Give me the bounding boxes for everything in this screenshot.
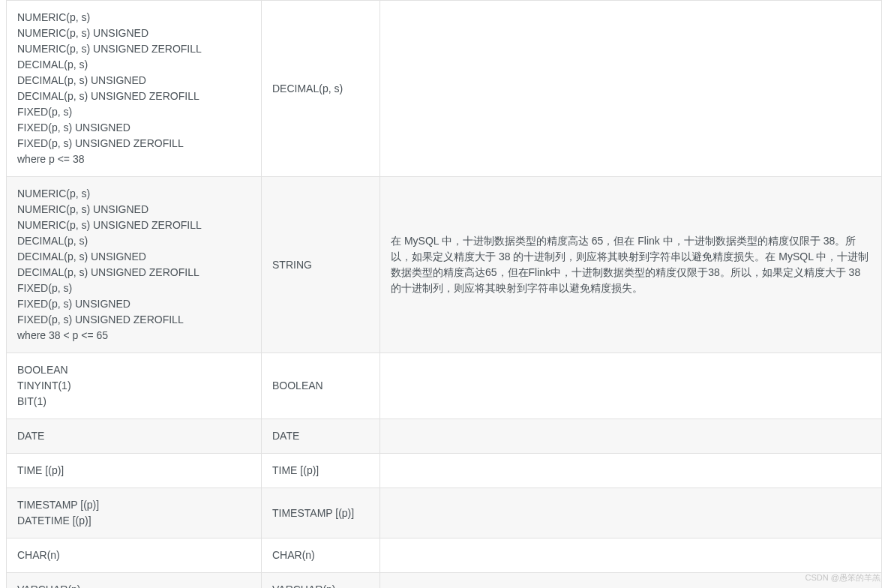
flink-type-cell: TIME [(p)]	[262, 454, 380, 488]
mysql-type-cell: DATE	[7, 419, 262, 454]
note-cell	[380, 1, 882, 177]
mysql-type-cell: NUMERIC(p, s) NUMERIC(p, s) UNSIGNED NUM…	[7, 1, 262, 177]
mysql-type-cell: CHAR(n)	[7, 538, 262, 573]
flink-type-cell: BOOLEAN	[262, 353, 380, 419]
table-row: TIMESTAMP [(p)] DATETIME [(p)]TIMESTAMP …	[7, 488, 882, 538]
flink-type-cell: DECIMAL(p, s)	[262, 1, 380, 177]
table-body: NUMERIC(p, s) NUMERIC(p, s) UNSIGNED NUM…	[7, 1, 882, 589]
mysql-type-cell: TIME [(p)]	[7, 454, 262, 488]
flink-type-cell: VARCHAR(n)	[262, 573, 380, 589]
mysql-type-cell: VARCHAR(n)	[7, 573, 262, 589]
table-row: DATEDATE	[7, 419, 882, 454]
type-mapping-table-container: NUMERIC(p, s) NUMERIC(p, s) UNSIGNED NUM…	[0, 0, 888, 588]
table-row: CHAR(n)CHAR(n)	[7, 538, 882, 573]
table-row: VARCHAR(n)VARCHAR(n)	[7, 573, 882, 589]
mysql-type-cell: NUMERIC(p, s) NUMERIC(p, s) UNSIGNED NUM…	[7, 177, 262, 353]
mysql-type-cell: TIMESTAMP [(p)] DATETIME [(p)]	[7, 488, 262, 538]
note-cell: 在 MySQL 中，十进制数据类型的精度高达 65，但在 Flink 中，十进制…	[380, 177, 882, 353]
note-cell	[380, 538, 882, 573]
table-row: NUMERIC(p, s) NUMERIC(p, s) UNSIGNED NUM…	[7, 1, 882, 177]
flink-type-cell: DATE	[262, 419, 380, 454]
type-mapping-table: NUMERIC(p, s) NUMERIC(p, s) UNSIGNED NUM…	[6, 0, 882, 588]
flink-type-cell: CHAR(n)	[262, 538, 380, 573]
flink-type-cell: STRING	[262, 177, 380, 353]
table-row: NUMERIC(p, s) NUMERIC(p, s) UNSIGNED NUM…	[7, 177, 882, 353]
table-row: TIME [(p)]TIME [(p)]	[7, 454, 882, 488]
note-cell	[380, 419, 882, 454]
note-cell	[380, 353, 882, 419]
note-cell	[380, 488, 882, 538]
table-row: BOOLEAN TINYINT(1) BIT(1)BOOLEAN	[7, 353, 882, 419]
mysql-type-cell: BOOLEAN TINYINT(1) BIT(1)	[7, 353, 262, 419]
flink-type-cell: TIMESTAMP [(p)]	[262, 488, 380, 538]
watermark: CSDN @愚笨的羊羔	[806, 572, 880, 584]
note-cell	[380, 454, 882, 488]
